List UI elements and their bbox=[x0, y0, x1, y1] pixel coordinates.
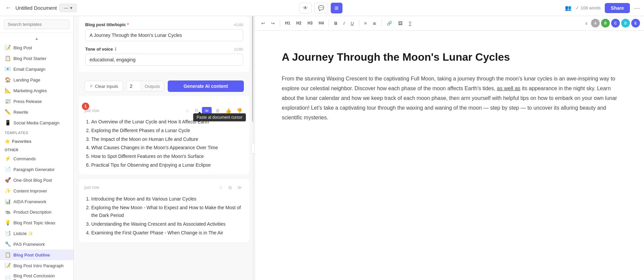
sidebar-item-marketing-angles[interactable]: 📐 Marketing Angles bbox=[0, 85, 73, 96]
sidebar: ▲ 📝 Blog Post 📋 Blog Post Starter 📧 Emai… bbox=[0, 16, 74, 280]
user-circle-gray[interactable]: A bbox=[591, 19, 600, 27]
copy-button-2[interactable]: ⧉ bbox=[227, 184, 233, 191]
editor-content[interactable]: A Journey Through the Moon's Lunar Cycle… bbox=[255, 31, 644, 280]
breadcrumb-button[interactable]: — ▾ bbox=[59, 4, 77, 12]
list-item: Examining the First Quarter Phase - When… bbox=[91, 229, 244, 237]
ordered-list-button[interactable]: ≡ bbox=[362, 19, 369, 27]
blog-conclusion-icon: 📃 bbox=[5, 275, 11, 280]
view-split-button[interactable]: ⊞ bbox=[331, 3, 342, 13]
italic-button[interactable]: I bbox=[341, 19, 347, 27]
sidebar-item-press-release[interactable]: 📰 Press Release bbox=[0, 96, 73, 107]
formula-button[interactable]: ∑ bbox=[406, 19, 414, 27]
link-button[interactable]: 🔗 bbox=[384, 19, 394, 27]
action-bar: ✕ Clear inputs Outputs Generate AI conte… bbox=[79, 76, 249, 96]
share-button[interactable]: Share bbox=[605, 3, 630, 13]
collapse-panel-button[interactable]: « bbox=[251, 143, 255, 154]
blog-topic-icon: 💡 bbox=[5, 220, 11, 226]
redo-button[interactable]: ↪ bbox=[269, 19, 277, 27]
list-item: Practical Tips for Observing and Enjoyin… bbox=[91, 161, 244, 170]
underline-text: as well as bbox=[497, 86, 520, 91]
content-improver-icon: ✨ bbox=[5, 188, 11, 194]
title-input[interactable] bbox=[85, 29, 243, 41]
undo-button[interactable]: ↩ bbox=[259, 19, 267, 27]
tone-input[interactable] bbox=[85, 54, 243, 66]
header-center: 👁 💬 ⊞ bbox=[81, 3, 561, 13]
sidebar-item-product-description[interactable]: 🛍 Product Description bbox=[0, 207, 73, 217]
search-input[interactable] bbox=[4, 19, 69, 29]
info-icon: ℹ bbox=[115, 47, 116, 52]
header-right: 👥 ✓ 108 words Share ⋯ bbox=[565, 3, 640, 13]
unordered-list-button[interactable]: ≣ bbox=[370, 19, 379, 27]
star-button-1[interactable]: ☆ bbox=[183, 107, 191, 114]
outputs-number-input[interactable] bbox=[127, 81, 140, 91]
aida-icon: 📊 bbox=[5, 199, 11, 205]
sidebar-item-rewrite[interactable]: ✏️ Rewrite bbox=[0, 107, 73, 117]
bold-button[interactable]: B bbox=[332, 19, 339, 27]
scroll-up-button[interactable]: ▲ bbox=[35, 36, 39, 41]
header: ← Untitled Document — ▾ 👁 💬 ⊞ 👥 ✓ 108 wo… bbox=[0, 0, 644, 16]
sidebar-item-social-media[interactable]: 📱 Social Media Campaign bbox=[0, 117, 73, 128]
sidebar-item-blog-post-starter[interactable]: 📋 Blog Post Starter bbox=[0, 53, 73, 64]
list-item: How to Spot Different Features on the Mo… bbox=[91, 152, 244, 161]
editor-title: A Journey Through the Moon's Lunar Cycle… bbox=[282, 51, 617, 63]
more-button[interactable]: ⋯ bbox=[634, 4, 640, 12]
underline-button[interactable]: U bbox=[348, 19, 356, 27]
editor-panel: ↩ ↪ H1 H2 H3 H4 B I U ≡ ≣ 🔗 🖼 ∑ ≤ A B C … bbox=[255, 16, 644, 280]
sidebar-item-email-campaign[interactable]: 📧 Email Campaign bbox=[0, 64, 73, 74]
list-item: Understanding the Waxing Crescent and It… bbox=[91, 220, 244, 229]
title-label: Blog post title/topic * 41/80 bbox=[85, 22, 243, 27]
paste-button-2[interactable]: ≫ bbox=[235, 184, 244, 191]
back-button[interactable]: ← bbox=[4, 3, 13, 13]
star-button-2[interactable]: ☆ bbox=[217, 184, 225, 191]
press-release-icon: 📰 bbox=[5, 98, 11, 104]
sidebar-item-blog-post[interactable]: 📝 Blog Post bbox=[0, 42, 73, 53]
outputs-control: Outputs bbox=[126, 81, 164, 92]
favorites-section: ⭐ Favorites bbox=[0, 136, 73, 145]
align-left-button[interactable]: ≤ bbox=[583, 19, 590, 27]
sidebar-item-one-shot-blog[interactable]: 🚀 One-Shot Blog Post bbox=[0, 175, 73, 185]
clear-button[interactable]: ✕ Clear inputs bbox=[85, 81, 123, 92]
star-icon: ⭐ bbox=[5, 139, 10, 144]
list-item: Introducing the Moon and Its Various Lun… bbox=[91, 195, 244, 204]
commands-icon: ⚡ bbox=[5, 156, 11, 162]
user-circle-green[interactable]: B bbox=[601, 19, 610, 27]
sidebar-item-blog-intro[interactable]: 📝 Blog Post Intro Paragraph bbox=[0, 260, 73, 271]
result-time-1: just now bbox=[85, 108, 181, 113]
sidebar-item-blog-post-outline[interactable]: 📋 Blog Post Outline bbox=[0, 249, 73, 260]
image-button[interactable]: 🖼 bbox=[396, 19, 405, 27]
sidebar-item-commands[interactable]: ⚡ Commands bbox=[0, 153, 73, 164]
view-eye-button[interactable]: 👁 bbox=[299, 3, 312, 13]
user-circle-blue2[interactable]: E bbox=[631, 19, 640, 27]
blog-intro-icon: 📝 bbox=[5, 263, 11, 269]
generate-button[interactable]: Generate AI content bbox=[168, 80, 244, 92]
sidebar-item-content-improver[interactable]: ✨ Content Improver bbox=[0, 185, 73, 196]
h1-button[interactable]: H1 bbox=[283, 19, 292, 27]
collab-icon: 👥 bbox=[565, 5, 572, 11]
h3-button[interactable]: H3 bbox=[305, 19, 315, 27]
toolbar-separator-4 bbox=[381, 20, 382, 26]
sidebar-item-paragraph-generator[interactable]: 📄 Paragraph Generator bbox=[0, 164, 73, 175]
sidebar-item-pas[interactable]: 🔧 PAS Framework bbox=[0, 239, 73, 249]
sidebar-item-blog-topic-ideas[interactable]: 💡 Blog Post Topic Ideas bbox=[0, 217, 73, 228]
outputs-label: Outputs bbox=[140, 81, 164, 91]
sidebar-item-landing-page[interactable]: 🏠 Landing Page bbox=[0, 74, 73, 85]
rewrite-icon: ✏️ bbox=[5, 109, 11, 115]
view-chat-button[interactable]: 💬 bbox=[314, 3, 328, 13]
tone-label: Tone of voice ℹ 21/80 bbox=[85, 47, 243, 52]
sidebar-list: ▲ 📝 Blog Post 📋 Blog Post Starter 📧 Emai… bbox=[0, 33, 73, 280]
list-item: The Impact of the Moon on Human Life and… bbox=[91, 135, 244, 144]
user-circle-blue1[interactable]: C bbox=[611, 19, 620, 27]
sidebar-item-blog-conclusion[interactable]: 📃 Blog Post Conclusion Parag... bbox=[0, 271, 73, 280]
list-item: Exploring the Different Phases of a Luna… bbox=[91, 126, 244, 135]
email-campaign-icon: 📧 bbox=[5, 66, 11, 72]
h4-button[interactable]: H4 bbox=[316, 19, 326, 27]
marketing-angles-icon: 📐 bbox=[5, 88, 11, 94]
blog-post-icon: 📝 bbox=[5, 45, 11, 51]
sidebar-item-aida[interactable]: 📊 AIDA Framework bbox=[0, 196, 73, 207]
result-card-1: 1 just now ☆ ⧉ ≫ 🗑 👍 👎 Paste at document… bbox=[79, 96, 249, 174]
h2-button[interactable]: H2 bbox=[294, 19, 304, 27]
result-header-2: just now ☆ ⧉ ≫ bbox=[85, 184, 244, 191]
sidebar-item-listicle[interactable]: 📑 Listicle ✨ bbox=[0, 228, 73, 239]
blog-post-starter-icon: 📋 bbox=[5, 55, 11, 61]
user-circle-teal[interactable]: D bbox=[621, 19, 630, 27]
